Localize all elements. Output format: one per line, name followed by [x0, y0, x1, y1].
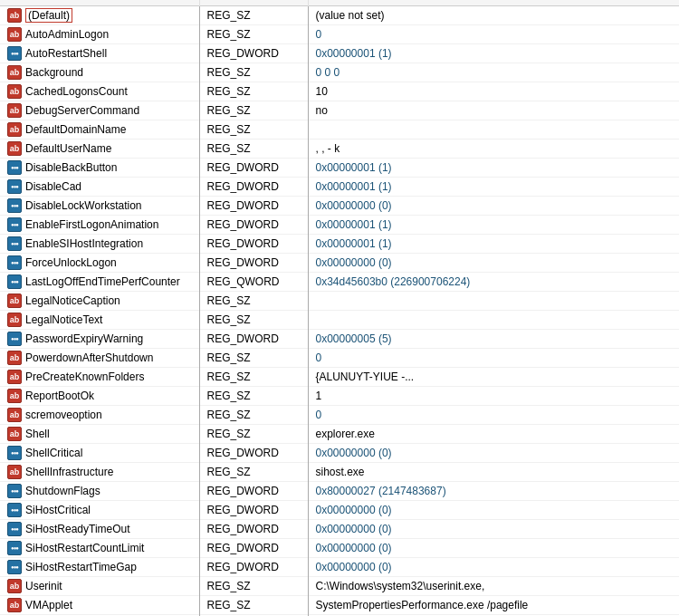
cell-name: abAutoAdminLogon	[0, 25, 199, 44]
cell-name: abShellInfrastructure	[0, 463, 199, 482]
ab-icon: ab	[7, 103, 22, 118]
cell-type: REG_DWORD	[199, 178, 308, 197]
table-row[interactable]: ●●●EnableFirstLogonAnimationREG_DWORD0x0…	[0, 216, 679, 235]
table-row[interactable]: abShellInfrastructureREG_SZsihost.exe	[0, 463, 679, 482]
table-row[interactable]: ●●●ForceUnlockLogonREG_DWORD0x00000000 (…	[0, 254, 679, 273]
table-row[interactable]: abCachedLogonsCountREG_SZ10	[0, 82, 679, 101]
cell-data: sihost.exe	[308, 463, 679, 482]
cell-data: 0x00000000 (0)	[308, 539, 679, 558]
cell-name: abscremoveoption	[0, 406, 199, 425]
cell-type: REG_SZ	[199, 292, 308, 311]
table-row[interactable]: ●●●EnableSIHostIntegrationREG_DWORD0x000…	[0, 235, 679, 254]
cell-type: REG_DWORD	[199, 444, 308, 463]
table-row[interactable]: abLegalNoticeCaptionREG_SZ	[0, 292, 679, 311]
cell-data: 0x00000000 (0)	[308, 444, 679, 463]
table-row[interactable]: abReportBootOkREG_SZ1	[0, 387, 679, 406]
table-row[interactable]: abShellREG_SZexplorer.exe	[0, 425, 679, 444]
cell-type: REG_DWORD	[199, 216, 308, 235]
cell-name: abCachedLogonsCount	[0, 82, 199, 101]
ab-icon: ab	[7, 8, 22, 23]
cell-type: REG_DWORD	[199, 330, 308, 349]
table-row[interactable]: ●●●SiHostCriticalREG_DWORD0x00000000 (0)	[0, 501, 679, 520]
cell-type: REG_SZ	[199, 25, 308, 44]
table-row[interactable]: abPreCreateKnownFoldersREG_SZ{ALUNUYT-YI…	[0, 368, 679, 387]
table-row[interactable]: ●●●ShutdownFlagsREG_DWORD0x80000027 (214…	[0, 482, 679, 501]
cell-name: abReportBootOk	[0, 387, 199, 406]
entry-name-label: VMApplet	[25, 599, 72, 611]
dword-icon: ●●●	[7, 484, 22, 498]
entry-name-label: (Default)	[25, 8, 72, 23]
cell-name: ●●●EnableFirstLogonAnimation	[0, 216, 199, 235]
entry-name-label: LegalNoticeText	[25, 313, 102, 326]
table-row[interactable]: ●●●DisableCadREG_DWORD0x00000001 (1)	[0, 178, 679, 197]
table-row[interactable]: ●●●LastLogOffEndTimePerfCounterREG_QWORD…	[0, 273, 679, 292]
cell-name: abDefaultDomainName	[0, 120, 199, 140]
entry-name-label: ShellInfrastructure	[25, 466, 113, 478]
table-row[interactable]: ●●●DisableBackButtonREG_DWORD0x00000001 …	[0, 159, 679, 178]
table-row[interactable]: abDefaultDomainNameREG_SZ	[0, 120, 679, 140]
cell-data: 0	[308, 349, 679, 368]
entry-name-label: scremoveoption	[25, 409, 102, 421]
table-row[interactable]: abVMAppletREG_SZSystemPropertiesPerforma…	[0, 596, 679, 615]
dword-icon: ●●●	[7, 541, 22, 555]
table-row[interactable]: ●●●PasswordExpiryWarningREG_DWORD0x00000…	[0, 330, 679, 349]
table-row[interactable]: abUserinitREG_SZC:\Windows\system32\user…	[0, 577, 679, 596]
table-row[interactable]: abLegalNoticeTextREG_SZ	[0, 311, 679, 330]
table-row[interactable]: abBackgroundREG_SZ0 0 0	[0, 63, 679, 82]
entry-name-label: ForceUnlockLogon	[25, 256, 117, 269]
table-row[interactable]: ●●●ShellCriticalREG_DWORD0x00000000 (0)	[0, 444, 679, 463]
cell-name: ●●●AutoRestartShell	[0, 44, 199, 63]
ab-icon: ab	[7, 27, 22, 42]
cell-data: C:\Windows\system32\userinit.exe,	[308, 577, 679, 596]
entry-name-label: PowerdownAfterShutdown	[25, 351, 153, 364]
cell-data	[308, 311, 679, 330]
cell-data: (value not set)	[308, 6, 679, 25]
cell-type: REG_SZ	[199, 425, 308, 444]
cell-type: REG_SZ	[199, 368, 308, 387]
cell-name: abUserinit	[0, 577, 199, 596]
table-row[interactable]: abAutoAdminLogonREG_SZ0	[0, 25, 679, 44]
ab-icon: ab	[7, 408, 22, 422]
cell-name: ●●●SiHostRestartCountLimit	[0, 539, 199, 558]
entry-name-label: PasswordExpiryWarning	[25, 332, 143, 345]
cell-name: abPowerdownAfterShutdown	[0, 349, 199, 368]
entry-name-label: CachedLogonsCount	[25, 85, 128, 98]
cell-data: 0x00000005 (5)	[308, 330, 679, 349]
cell-data	[308, 120, 679, 140]
entry-name-label: SiHostCritical	[25, 504, 91, 516]
dword-icon: ●●●	[7, 198, 22, 213]
cell-data: 0x00000001 (1)	[308, 44, 679, 63]
entry-name-label: PreCreateKnownFolders	[25, 371, 144, 383]
table-row[interactable]: ●●●DisableLockWorkstationREG_DWORD0x0000…	[0, 197, 679, 216]
dword-icon: ●●●	[7, 560, 22, 574]
table-row[interactable]: abPowerdownAfterShutdownREG_SZ0	[0, 349, 679, 368]
table-row[interactable]: abscremoveoptionREG_SZ0	[0, 406, 679, 425]
cell-type: REG_SZ	[199, 63, 308, 82]
cell-type: REG_SZ	[199, 140, 308, 159]
table-row[interactable]: abDefaultUserNameREG_SZ, , - k	[0, 140, 679, 159]
table-row[interactable]: ●●●SiHostReadyTimeOutREG_DWORD0x00000000…	[0, 520, 679, 539]
cell-data: 0x00000000 (0)	[308, 254, 679, 273]
table-row[interactable]: ●●●SiHostRestartTimeGapREG_DWORD0x000000…	[0, 558, 679, 577]
table-row[interactable]: ●●●SiHostRestartCountLimitREG_DWORD0x000…	[0, 539, 679, 558]
entry-name-label: Userinit	[25, 580, 62, 592]
cell-name: abDefaultUserName	[0, 140, 199, 159]
table-row[interactable]: abDebugServerCommandREG_SZno	[0, 101, 679, 120]
cell-data: 0	[308, 25, 679, 44]
cell-name: abDebugServerCommand	[0, 101, 199, 120]
table-row[interactable]: ●●●AutoRestartShellREG_DWORD0x00000001 (…	[0, 44, 679, 63]
ab-icon: ab	[7, 294, 22, 308]
cell-name: abLegalNoticeText	[0, 311, 199, 330]
cell-name: ●●●DisableCad	[0, 178, 199, 197]
ab-icon: ab	[7, 370, 22, 384]
registry-table: ab(Default)REG_SZ(value not set)abAutoAd…	[0, 0, 679, 616]
cell-name: ●●●DisableBackButton	[0, 159, 199, 178]
cell-data: 0x00000000 (0)	[308, 501, 679, 520]
entry-name-label: LegalNoticeCaption	[25, 294, 120, 307]
cell-type: REG_SZ	[199, 463, 308, 482]
table-row[interactable]: ab(Default)REG_SZ(value not set)	[0, 6, 679, 25]
entry-name-label: ShellCritical	[25, 447, 82, 459]
cell-data: 0x34d45603b0 (226900706224)	[308, 273, 679, 292]
cell-data: 1	[308, 387, 679, 406]
cell-name: ●●●EnableSIHostIntegration	[0, 235, 199, 254]
